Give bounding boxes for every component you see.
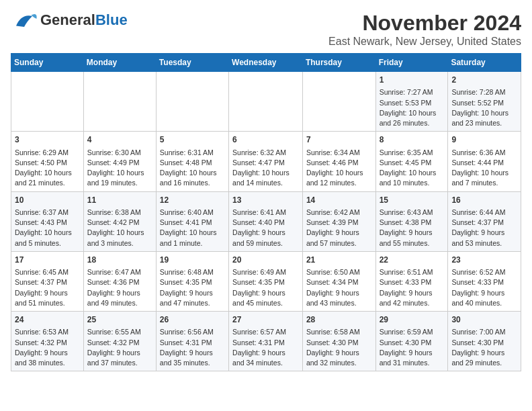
calendar-day-cell: 3Sunrise: 6:29 AM Sunset: 4:50 PM Daylig… (11, 132, 84, 191)
day-content: Sunrise: 6:53 AM Sunset: 4:32 PM Dayligh… (15, 327, 80, 368)
day-content: Sunrise: 6:40 AM Sunset: 4:41 PM Dayligh… (160, 208, 225, 248)
calendar-day-cell (11, 72, 84, 132)
day-number: 12 (160, 195, 225, 206)
calendar-day-cell: 7Sunrise: 6:34 AM Sunset: 4:46 PM Daylig… (302, 132, 375, 191)
day-number: 5 (160, 134, 225, 146)
day-content: Sunrise: 6:52 AM Sunset: 4:33 PM Dayligh… (451, 267, 517, 308)
day-number: 4 (87, 134, 152, 146)
day-of-week-header: Thursday (302, 54, 375, 72)
day-content: Sunrise: 7:27 AM Sunset: 5:53 PM Dayligh… (380, 87, 445, 128)
calendar-week-row: 17Sunrise: 6:45 AM Sunset: 4:37 PM Dayli… (11, 251, 521, 311)
calendar-day-cell: 28Sunrise: 6:58 AM Sunset: 4:30 PM Dayli… (302, 312, 375, 371)
day-number: 28 (306, 314, 372, 326)
day-of-week-header: Friday (375, 54, 448, 72)
day-number: 23 (451, 255, 517, 266)
day-content: Sunrise: 6:59 AM Sunset: 4:30 PM Dayligh… (380, 327, 445, 368)
day-content: Sunrise: 6:44 AM Sunset: 4:37 PM Dayligh… (451, 208, 517, 248)
calendar-day-cell: 19Sunrise: 6:48 AM Sunset: 4:35 PM Dayli… (156, 251, 228, 311)
calendar-day-cell: 6Sunrise: 6:32 AM Sunset: 4:47 PM Daylig… (229, 132, 303, 191)
calendar-week-row: 1Sunrise: 7:27 AM Sunset: 5:53 PM Daylig… (11, 72, 521, 132)
calendar-day-cell: 14Sunrise: 6:42 AM Sunset: 4:39 PM Dayli… (302, 191, 375, 251)
calendar-day-cell: 16Sunrise: 6:44 AM Sunset: 4:37 PM Dayli… (448, 191, 521, 251)
title-block: November 2024 East Newark, New Jersey, U… (328, 11, 521, 48)
day-content: Sunrise: 6:42 AM Sunset: 4:39 PM Dayligh… (306, 208, 372, 248)
day-number: 13 (232, 195, 299, 206)
month-year-title: November 2024 (328, 11, 521, 36)
day-of-week-header: Wednesday (229, 54, 303, 72)
calendar-day-cell (229, 72, 303, 132)
day-content: Sunrise: 6:31 AM Sunset: 4:48 PM Dayligh… (160, 148, 225, 189)
day-content: Sunrise: 6:50 AM Sunset: 4:34 PM Dayligh… (306, 267, 372, 308)
day-number: 6 (232, 134, 299, 146)
day-content: Sunrise: 6:49 AM Sunset: 4:35 PM Dayligh… (232, 267, 299, 308)
day-number: 2 (451, 75, 517, 86)
calendar-day-cell: 10Sunrise: 6:37 AM Sunset: 4:43 PM Dayli… (11, 191, 84, 251)
day-number: 27 (232, 314, 299, 326)
day-content: Sunrise: 6:45 AM Sunset: 4:37 PM Dayligh… (15, 267, 80, 308)
day-content: Sunrise: 6:29 AM Sunset: 4:50 PM Dayligh… (15, 148, 80, 189)
calendar-day-cell (83, 72, 156, 132)
day-content: Sunrise: 6:41 AM Sunset: 4:40 PM Dayligh… (232, 208, 299, 248)
calendar-day-cell: 2Sunrise: 7:28 AM Sunset: 5:52 PM Daylig… (448, 72, 521, 132)
calendar-header: SundayMondayTuesdayWednesdayThursdayFrid… (11, 54, 521, 72)
day-number: 24 (15, 314, 80, 326)
day-number: 26 (160, 314, 225, 326)
day-number: 3 (15, 134, 80, 146)
day-content: Sunrise: 6:34 AM Sunset: 4:46 PM Dayligh… (306, 148, 372, 189)
day-number: 8 (380, 134, 445, 146)
day-number: 22 (380, 255, 445, 266)
day-of-week-header: Sunday (11, 54, 84, 72)
day-number: 30 (451, 314, 517, 326)
day-number: 17 (15, 255, 80, 266)
day-content: Sunrise: 6:32 AM Sunset: 4:47 PM Dayligh… (232, 148, 299, 189)
calendar-day-cell: 27Sunrise: 6:57 AM Sunset: 4:31 PM Dayli… (229, 312, 303, 371)
day-content: Sunrise: 6:38 AM Sunset: 4:42 PM Dayligh… (87, 208, 152, 248)
day-content: Sunrise: 6:55 AM Sunset: 4:32 PM Dayligh… (87, 327, 152, 368)
calendar-day-cell: 8Sunrise: 6:35 AM Sunset: 4:45 PM Daylig… (375, 132, 448, 191)
calendar-day-cell: 12Sunrise: 6:40 AM Sunset: 4:41 PM Dayli… (156, 191, 228, 251)
page-header: GeneralBlue November 2024 East Newark, N… (11, 11, 521, 48)
day-content: Sunrise: 6:36 AM Sunset: 4:44 PM Dayligh… (451, 148, 517, 189)
calendar-day-cell: 13Sunrise: 6:41 AM Sunset: 4:40 PM Dayli… (229, 191, 303, 251)
calendar-day-cell: 22Sunrise: 6:51 AM Sunset: 4:33 PM Dayli… (375, 251, 448, 311)
day-number: 11 (87, 195, 152, 206)
day-number: 20 (232, 255, 299, 266)
day-number: 14 (306, 195, 372, 206)
days-of-week-row: SundayMondayTuesdayWednesdayThursdayFrid… (11, 54, 521, 72)
day-of-week-header: Monday (83, 54, 156, 72)
day-content: Sunrise: 6:48 AM Sunset: 4:35 PM Dayligh… (160, 267, 225, 308)
day-number: 16 (451, 195, 517, 206)
day-content: Sunrise: 6:47 AM Sunset: 4:36 PM Dayligh… (87, 267, 152, 308)
day-content: Sunrise: 6:58 AM Sunset: 4:30 PM Dayligh… (306, 327, 372, 368)
day-of-week-header: Tuesday (156, 54, 228, 72)
calendar-day-cell (302, 72, 375, 132)
calendar-week-row: 10Sunrise: 6:37 AM Sunset: 4:43 PM Dayli… (11, 191, 521, 251)
day-of-week-header: Saturday (448, 54, 521, 72)
calendar-day-cell: 4Sunrise: 6:30 AM Sunset: 4:49 PM Daylig… (83, 132, 156, 191)
calendar-day-cell: 15Sunrise: 6:43 AM Sunset: 4:38 PM Dayli… (375, 191, 448, 251)
location-subtitle: East Newark, New Jersey, United States (328, 36, 521, 48)
calendar-day-cell: 11Sunrise: 6:38 AM Sunset: 4:42 PM Dayli… (83, 191, 156, 251)
calendar-body: 1Sunrise: 7:27 AM Sunset: 5:53 PM Daylig… (11, 72, 521, 371)
logo-text: GeneralBlue (40, 11, 128, 28)
calendar-day-cell: 25Sunrise: 6:55 AM Sunset: 4:32 PM Dayli… (83, 312, 156, 371)
calendar-day-cell: 5Sunrise: 6:31 AM Sunset: 4:48 PM Daylig… (156, 132, 228, 191)
calendar-day-cell: 21Sunrise: 6:50 AM Sunset: 4:34 PM Dayli… (302, 251, 375, 311)
day-number: 25 (87, 314, 152, 326)
day-content: Sunrise: 6:57 AM Sunset: 4:31 PM Dayligh… (232, 327, 299, 368)
calendar-day-cell: 26Sunrise: 6:56 AM Sunset: 4:31 PM Dayli… (156, 312, 228, 371)
calendar-day-cell: 18Sunrise: 6:47 AM Sunset: 4:36 PM Dayli… (83, 251, 156, 311)
calendar-day-cell: 29Sunrise: 6:59 AM Sunset: 4:30 PM Dayli… (375, 312, 448, 371)
day-content: Sunrise: 6:35 AM Sunset: 4:45 PM Dayligh… (380, 148, 445, 189)
day-content: Sunrise: 6:30 AM Sunset: 4:49 PM Dayligh… (87, 148, 152, 189)
calendar-day-cell: 24Sunrise: 6:53 AM Sunset: 4:32 PM Dayli… (11, 312, 84, 371)
calendar-day-cell (156, 72, 228, 132)
day-number: 15 (380, 195, 445, 206)
calendar-day-cell: 17Sunrise: 6:45 AM Sunset: 4:37 PM Dayli… (11, 251, 84, 311)
logo-icon (11, 11, 38, 30)
day-content: Sunrise: 6:43 AM Sunset: 4:38 PM Dayligh… (380, 208, 445, 248)
calendar-day-cell: 1Sunrise: 7:27 AM Sunset: 5:53 PM Daylig… (375, 72, 448, 132)
day-number: 1 (380, 75, 445, 86)
calendar-week-row: 24Sunrise: 6:53 AM Sunset: 4:32 PM Dayli… (11, 312, 521, 371)
day-number: 19 (160, 255, 225, 266)
